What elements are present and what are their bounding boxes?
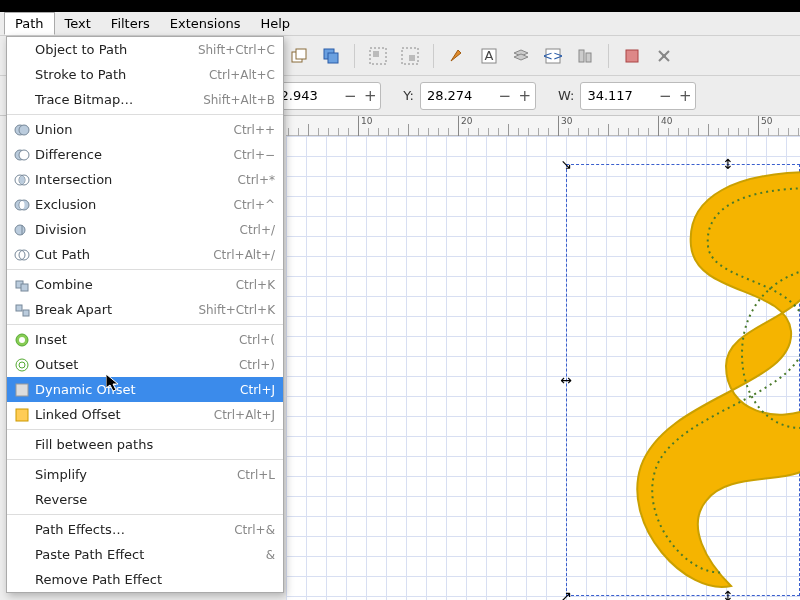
- x-minus[interactable]: −: [340, 87, 360, 105]
- align-icon[interactable]: [572, 43, 598, 69]
- menu-item-combine[interactable]: CombineCtrl+K: [7, 272, 283, 297]
- menu-item-shortcut: Shift+Ctrl+K: [198, 303, 275, 317]
- menu-item-label: Fill between paths: [33, 437, 275, 452]
- svg-point-25: [20, 201, 25, 209]
- menu-item-linked-offset[interactable]: Linked OffsetCtrl+Alt+J: [7, 402, 283, 427]
- menu-item-shortcut: Ctrl+Alt+/: [213, 248, 275, 262]
- menu-separator: [7, 114, 283, 115]
- menu-item-break-apart[interactable]: Break ApartShift+Ctrl+K: [7, 297, 283, 322]
- y-plus[interactable]: +: [515, 87, 535, 105]
- menu-item-intersection[interactable]: IntersectionCtrl+*: [7, 167, 283, 192]
- menu-item-shortcut: &: [266, 548, 275, 562]
- diff-icon: [11, 147, 33, 163]
- menu-item-label: Combine: [33, 277, 236, 292]
- y-input[interactable]: [421, 88, 495, 103]
- menu-item-label: Outset: [33, 357, 239, 372]
- path-dropdown-menu: Object to PathShift+Ctrl+CStroke to Path…: [6, 36, 284, 593]
- clone-icon[interactable]: [318, 43, 344, 69]
- menu-item-difference[interactable]: DifferenceCtrl+−: [7, 142, 283, 167]
- menu-item-exclusion[interactable]: ExclusionCtrl+^: [7, 192, 283, 217]
- menu-item-outset[interactable]: OutsetCtrl+): [7, 352, 283, 377]
- menu-item-path-effects[interactable]: Path Effects…Ctrl+&: [7, 517, 283, 542]
- menu-item-label: Cut Path: [33, 247, 213, 262]
- duplicate-icon[interactable]: [286, 43, 312, 69]
- preferences-icon[interactable]: [619, 43, 645, 69]
- fill-stroke-icon[interactable]: [444, 43, 470, 69]
- union-icon: [11, 122, 33, 138]
- svg-rect-32: [16, 305, 22, 311]
- menu-item-label: Division: [33, 222, 240, 237]
- xml-icon[interactable]: <>: [540, 43, 566, 69]
- cut-icon: [11, 247, 33, 263]
- menu-item-paste-path-effect[interactable]: Paste Path Effect&: [7, 542, 283, 567]
- ungroup-icon[interactable]: [397, 43, 423, 69]
- menu-item-label: Remove Path Effect: [33, 572, 275, 587]
- div-icon: [11, 222, 33, 238]
- y-minus[interactable]: −: [495, 87, 515, 105]
- svg-rect-1: [296, 49, 306, 59]
- menu-item-shortcut: Ctrl+(: [239, 333, 275, 347]
- svg-rect-33: [23, 310, 29, 316]
- menubar: Path Text Filters Extensions Help: [0, 12, 800, 36]
- svg-rect-14: [626, 50, 638, 62]
- menu-item-shortcut: Ctrl++: [234, 123, 275, 137]
- text-tool-icon[interactable]: A: [476, 43, 502, 69]
- menu-item-shortcut: Ctrl+*: [238, 173, 275, 187]
- x-plus[interactable]: +: [360, 87, 380, 105]
- menu-help[interactable]: Help: [250, 13, 300, 34]
- menu-item-simplify[interactable]: SimplifyCtrl+L: [7, 462, 283, 487]
- window-titlebar: [0, 0, 800, 12]
- dyn-icon: [11, 382, 33, 398]
- svg-point-17: [19, 125, 29, 135]
- menu-separator: [7, 324, 283, 325]
- menu-item-union[interactable]: UnionCtrl++: [7, 117, 283, 142]
- mouse-cursor: [106, 374, 122, 394]
- layers-icon[interactable]: [508, 43, 534, 69]
- menu-item-object-to-path[interactable]: Object to PathShift+Ctrl+C: [7, 37, 283, 62]
- menu-item-label: Reverse: [33, 492, 275, 507]
- svg-point-26: [15, 225, 25, 235]
- menu-extensions[interactable]: Extensions: [160, 13, 251, 34]
- inter-icon: [11, 172, 33, 188]
- path-object[interactable]: [556, 156, 800, 600]
- svg-rect-3: [328, 53, 338, 63]
- menu-item-label: Simplify: [33, 467, 237, 482]
- group-icon[interactable]: [365, 43, 391, 69]
- w-input[interactable]: [581, 88, 655, 103]
- outset-icon: [11, 357, 33, 373]
- menu-item-inset[interactable]: InsetCtrl+(: [7, 327, 283, 352]
- menu-item-fill-between-paths[interactable]: Fill between paths: [7, 432, 283, 457]
- menu-item-dynamic-offset[interactable]: Dynamic OffsetCtrl+J: [7, 377, 283, 402]
- menu-item-reverse[interactable]: Reverse: [7, 487, 283, 512]
- menu-item-label: Paste Path Effect: [33, 547, 266, 562]
- svg-text:<>: <>: [544, 48, 562, 63]
- menu-item-division[interactable]: DivisionCtrl+/: [7, 217, 283, 242]
- menu-item-shortcut: Ctrl+&: [234, 523, 275, 537]
- menu-item-remove-path-effect[interactable]: Remove Path Effect: [7, 567, 283, 592]
- menu-item-cut-path[interactable]: Cut PathCtrl+Alt+/: [7, 242, 283, 267]
- ruler-horizontal: 1020304050: [286, 116, 800, 136]
- menu-item-label: Stroke to Path: [33, 67, 209, 82]
- w-spinbox[interactable]: − +: [580, 82, 696, 110]
- menu-filters[interactable]: Filters: [101, 13, 160, 34]
- menu-item-label: Trace Bitmap…: [33, 92, 203, 107]
- menu-item-shortcut: Shift+Ctrl+C: [198, 43, 275, 57]
- menu-path[interactable]: Path: [4, 12, 55, 35]
- menu-item-shortcut: Ctrl+−: [234, 148, 275, 162]
- menu-item-shortcut: Ctrl+J: [240, 383, 275, 397]
- w-minus[interactable]: −: [655, 87, 675, 105]
- svg-point-35: [19, 337, 25, 343]
- y-spinbox[interactable]: − +: [420, 82, 536, 110]
- menu-item-label: Exclusion: [33, 197, 234, 212]
- menu-text[interactable]: Text: [55, 13, 101, 34]
- canvas[interactable]: ↘ ↔ ↗ ↕ ↕: [286, 136, 800, 600]
- menu-separator: [7, 514, 283, 515]
- document-properties-icon[interactable]: [651, 43, 677, 69]
- separator: [608, 44, 609, 68]
- menu-item-trace-bitmap[interactable]: Trace Bitmap…Shift+Alt+B: [7, 87, 283, 112]
- comb-icon: [11, 277, 33, 293]
- w-plus[interactable]: +: [675, 87, 695, 105]
- menu-separator: [7, 459, 283, 460]
- menu-item-stroke-to-path[interactable]: Stroke to PathCtrl+Alt+C: [7, 62, 283, 87]
- menu-item-shortcut: Ctrl+K: [236, 278, 275, 292]
